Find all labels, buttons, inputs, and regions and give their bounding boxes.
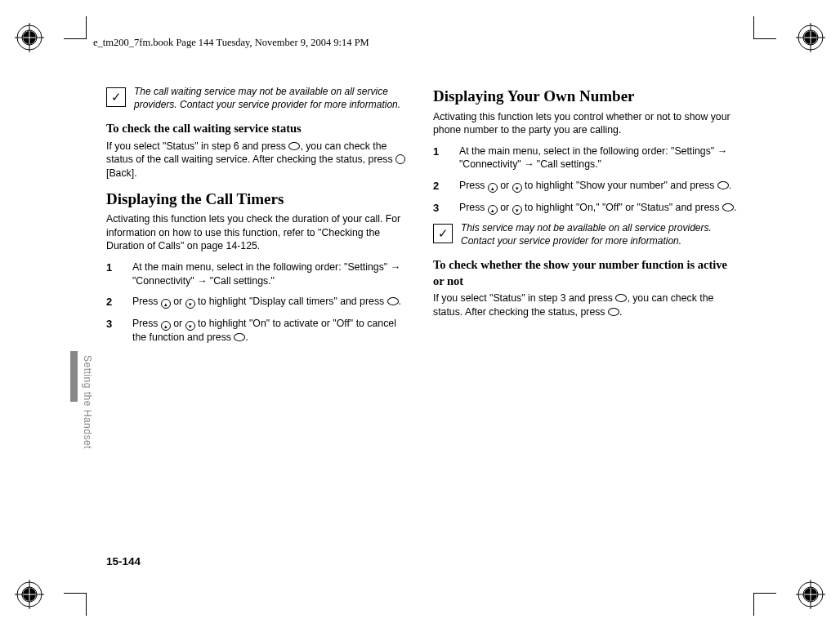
checkmark-icon: ✓: [433, 224, 453, 243]
text-fragment: to highlight "Show your number" and pres…: [522, 180, 717, 191]
heading: Displaying the Call Timers: [106, 189, 410, 210]
center-button-icon: [608, 308, 619, 316]
center-button-icon: [717, 181, 729, 189]
text-fragment: Press: [132, 296, 161, 307]
down-button-icon: ▾: [185, 321, 195, 331]
softkey-button-icon: [395, 154, 405, 164]
text-fragment: If you select "Status" in step 3 and pre…: [433, 292, 615, 304]
text-fragment: Press: [132, 318, 161, 329]
step-item: 1 At the main menu, select in the follow…: [433, 145, 737, 171]
center-button-icon: [288, 142, 300, 150]
body-paragraph: Activating this function lets you contro…: [433, 110, 737, 137]
subheading: To check the call waiting service status: [106, 121, 410, 137]
body-paragraph: Activating this function lets you check …: [106, 212, 410, 253]
page-number: 15-144: [106, 555, 141, 567]
down-button-icon: ▾: [512, 205, 522, 215]
step-text: At the main menu, select in the followin…: [132, 260, 410, 287]
up-button-icon: ▴: [161, 299, 171, 309]
body-paragraph: If you select "Status" in step 3 and pre…: [433, 292, 737, 318]
registration-mark-icon: [796, 580, 825, 609]
section-label: Setting the Handset: [82, 355, 93, 449]
step-item: 3 Press ▴ or ▾ to highlight "On" to acti…: [106, 317, 410, 345]
down-button-icon: ▾: [512, 183, 522, 193]
body-paragraph: If you select "Status" in step 6 and pre…: [106, 140, 410, 180]
text-fragment: .: [399, 296, 401, 307]
text-fragment: Press: [459, 202, 488, 213]
text-fragment: .: [619, 306, 622, 318]
text-fragment: or: [498, 202, 512, 213]
crop-mark-icon: [753, 16, 776, 39]
section-tab: [70, 351, 78, 402]
up-button-icon: ▴: [488, 205, 498, 215]
text-fragment: [Back].: [106, 167, 137, 179]
center-button-icon: [234, 333, 245, 341]
step-number: 3: [433, 201, 448, 216]
column-right: Displaying Your Own Number Activating th…: [433, 86, 737, 351]
text-fragment: or: [171, 296, 185, 307]
text-fragment: to highlight "On," "Off" or "Status" and…: [522, 202, 722, 213]
text-fragment: to highlight "Display call timers" and p…: [195, 296, 387, 307]
step-item: 1 At the main menu, select in the follow…: [106, 260, 410, 287]
up-button-icon: ▴: [488, 183, 498, 193]
page-content: Setting the Handset ✓ The call waiting s…: [106, 86, 737, 592]
text-fragment: If you select "Status" in step 6 and pre…: [106, 140, 288, 152]
checkmark-icon: ✓: [106, 87, 126, 107]
center-button-icon: [615, 294, 627, 302]
step-number: 2: [106, 295, 121, 309]
step-number: 3: [106, 317, 121, 345]
step-number: 1: [106, 260, 121, 287]
column-left: ✓ The call waiting service may not be av…: [106, 86, 410, 351]
crop-mark-icon: [64, 593, 87, 616]
info-note: ✓ The call waiting service may not be av…: [106, 86, 410, 111]
registration-mark-icon: [796, 23, 825, 52]
step-text: Press ▴ or ▾ to highlight "On" to activa…: [132, 317, 410, 345]
info-note: ✓ This service may not be available on a…: [433, 222, 737, 247]
text-fragment: .: [245, 332, 248, 343]
step-text: At the main menu, select in the followin…: [459, 145, 737, 171]
crop-mark-icon: [753, 593, 776, 616]
step-text: Press ▴ or ▾ to highlight "On," "Off" or…: [459, 201, 737, 216]
up-button-icon: ▴: [161, 321, 171, 331]
text-fragment: .: [734, 202, 736, 213]
step-item: 3 Press ▴ or ▾ to highlight "On," "Off" …: [433, 201, 737, 216]
step-item: 2 Press ▴ or ▾ to highlight "Show your n…: [433, 179, 737, 194]
center-button-icon: [722, 203, 734, 211]
registration-mark-icon: [15, 580, 44, 609]
crop-mark-icon: [64, 16, 87, 39]
step-number: 1: [433, 145, 448, 171]
step-item: 2 Press ▴ or ▾ to highlight "Display cal…: [106, 295, 410, 309]
down-button-icon: ▾: [185, 299, 195, 309]
registration-mark-icon: [15, 23, 44, 52]
document-header: e_tm200_7fm.book Page 144 Tuesday, Novem…: [93, 37, 369, 49]
heading: Displaying Your Own Number: [433, 86, 737, 107]
note-text: The call waiting service may not be avai…: [134, 86, 410, 111]
center-button-icon: [387, 297, 399, 305]
text-fragment: or: [171, 318, 185, 329]
text-fragment: Press: [459, 180, 488, 191]
text-fragment: .: [729, 180, 731, 191]
subheading: To check whether the show your number fu…: [433, 257, 737, 289]
step-number: 2: [433, 179, 448, 194]
step-text: Press ▴ or ▾ to highlight "Show your num…: [459, 179, 737, 194]
text-fragment: or: [498, 180, 512, 191]
note-text: This service may not be available on all…: [461, 222, 737, 247]
step-text: Press ▴ or ▾ to highlight "Display call …: [132, 295, 410, 309]
